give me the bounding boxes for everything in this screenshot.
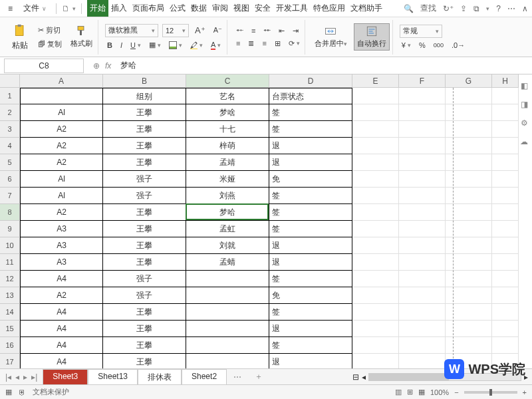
hscroll-left-icon[interactable]: ◂ — [362, 372, 366, 382]
align-center-button[interactable]: ≣ — [246, 39, 256, 49]
layout-icon[interactable]: ▦ — [5, 388, 12, 396]
ribbon-tab-8[interactable]: 开发工具 — [273, 0, 311, 17]
cell[interactable] — [352, 221, 399, 237]
align-middle-button[interactable]: ≡ — [249, 26, 257, 35]
cell[interactable]: 梓萌 — [186, 138, 269, 154]
cell[interactable]: 王攀 — [103, 304, 186, 321]
cloud-icon[interactable]: ↻⁺ — [443, 4, 454, 13]
cell[interactable] — [399, 154, 446, 171]
underline-button[interactable]: U▾ — [128, 41, 143, 50]
orientation-button[interactable]: ⟳▾ — [287, 39, 302, 49]
merge-center-button[interactable]: 合并居中▾ — [312, 24, 350, 50]
distribute-button[interactable]: ⊞ — [273, 39, 283, 49]
border-button[interactable]: ▦▾ — [147, 40, 163, 50]
cell[interactable]: Al — [20, 104, 103, 121]
cell[interactable] — [492, 321, 519, 337]
cell[interactable] — [399, 221, 446, 237]
row-header-16[interactable]: 16 — [0, 337, 20, 354]
cell[interactable] — [352, 204, 399, 221]
cell[interactable] — [492, 271, 519, 287]
percent-button[interactable]: % — [417, 41, 428, 50]
comma-button[interactable]: 000 — [432, 41, 446, 49]
cell[interactable]: 强子 — [103, 287, 186, 304]
cell[interactable] — [186, 321, 269, 337]
currency-button[interactable]: ¥▾ — [400, 41, 413, 50]
ribbon-tab-1[interactable]: 插入 — [108, 0, 130, 17]
collapse-icon[interactable]: ∧ — [522, 4, 528, 13]
cell[interactable]: 米娅 — [186, 171, 269, 188]
cell[interactable] — [352, 104, 399, 121]
cell[interactable]: A2 — [20, 204, 103, 221]
cell[interactable]: Al — [20, 188, 103, 204]
row-header-11[interactable]: 11 — [0, 254, 20, 271]
cell[interactable] — [492, 204, 519, 221]
col-header-B[interactable]: B — [103, 74, 186, 88]
cell[interactable] — [492, 171, 519, 188]
decimal-button[interactable]: .0→ — [450, 41, 467, 50]
cell[interactable]: 王攀 — [103, 237, 186, 254]
row-header-10[interactable]: 10 — [0, 237, 20, 254]
ribbon-tab-4[interactable]: 数据 — [188, 0, 209, 17]
row-header-1[interactable]: 1 — [0, 88, 20, 104]
cell[interactable] — [186, 271, 269, 287]
increase-indent-button[interactable]: ⇥ — [291, 26, 301, 36]
cell[interactable] — [352, 188, 399, 204]
col-header-C[interactable]: C — [186, 74, 269, 88]
cell[interactable]: 退 — [269, 254, 352, 271]
cell[interactable] — [399, 321, 446, 337]
row-header-15[interactable]: 15 — [0, 321, 20, 337]
ribbon-tab-9[interactable]: 特色应用 — [311, 0, 348, 17]
format-painter-button[interactable]: 格式刷 — [68, 24, 95, 50]
ribbon-tab-3[interactable]: 公式 — [167, 0, 188, 17]
expand-namebox-icon[interactable]: ⊕ — [93, 61, 100, 70]
cell[interactable] — [399, 188, 446, 204]
cells-area[interactable]: 组别艺名台票状态Al王攀梦啥签A2王攀十七签A2王攀梓萌退A2王攀孟靖退Al强子… — [20, 88, 519, 370]
cell[interactable]: 孟靖 — [186, 154, 269, 171]
cell[interactable] — [352, 287, 399, 304]
menu-icon[interactable]: ≡ — [4, 3, 17, 15]
cell[interactable]: 王攀 — [103, 337, 186, 354]
cell[interactable]: 艺名 — [186, 88, 269, 104]
font-size-select[interactable]: 12▾ — [162, 24, 189, 37]
sheet-tab-2[interactable]: 排休表 — [138, 369, 182, 384]
number-format-select[interactable]: 常规▾ — [400, 25, 442, 38]
col-header-G[interactable]: G — [446, 74, 492, 88]
cell[interactable]: A4 — [20, 304, 103, 321]
help-icon[interactable]: ? — [496, 4, 501, 13]
cell[interactable]: A3 — [20, 221, 103, 237]
cell[interactable]: A2 — [20, 121, 103, 138]
cell[interactable]: Al — [20, 171, 103, 188]
cell[interactable]: 签 — [269, 271, 352, 287]
cell[interactable]: A4 — [20, 337, 103, 354]
file-menu[interactable]: 文件∨ — [19, 1, 51, 15]
ribbon-tab-2[interactable]: 页面布局 — [130, 0, 167, 17]
search-button[interactable]: 查找 — [420, 3, 436, 14]
cell[interactable] — [399, 237, 446, 254]
cell[interactable]: 刘就 — [186, 237, 269, 254]
row-header-5[interactable]: 5 — [0, 154, 20, 171]
cell[interactable] — [352, 121, 399, 138]
cell[interactable] — [399, 254, 446, 271]
bold-button[interactable]: B — [105, 41, 114, 50]
cell[interactable] — [492, 254, 519, 271]
ribbon-tab-7[interactable]: 安全 — [252, 0, 273, 17]
cell[interactable]: 王攀 — [103, 254, 186, 271]
cell[interactable]: 刘燕 — [186, 188, 269, 204]
cell[interactable]: 王攀 — [103, 154, 186, 171]
cell[interactable] — [186, 287, 269, 304]
sheet-first-icon[interactable]: |◂ — [5, 372, 11, 382]
cell[interactable] — [399, 304, 446, 321]
highlight-button[interactable]: 🖍▾ — [188, 41, 205, 50]
decrease-indent-button[interactable]: ⇤ — [277, 26, 287, 36]
cell[interactable] — [492, 121, 519, 138]
add-sheet-icon[interactable]: ＋ — [248, 371, 269, 382]
col-header-D[interactable]: D — [269, 74, 352, 88]
zoom-out-icon[interactable]: − — [454, 388, 458, 396]
row-header-7[interactable]: 7 — [0, 188, 20, 204]
cell[interactable]: 王攀 — [103, 204, 186, 221]
cell[interactable]: 王攀 — [103, 104, 186, 121]
cell[interactable] — [492, 88, 519, 104]
cell[interactable]: 十七 — [186, 121, 269, 138]
formula-input[interactable]: 梦哈 — [116, 59, 532, 73]
cell[interactable]: 王攀 — [103, 138, 186, 154]
